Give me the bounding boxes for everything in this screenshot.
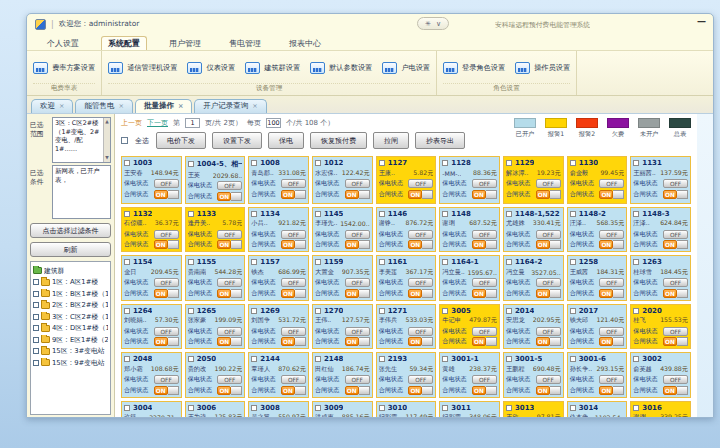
switch-toggle-on[interactable]: ON (154, 289, 179, 298)
meter-card[interactable]: 1127 王康.. 5.82元 保电状态 OFF 合闸状态 (376, 156, 437, 204)
switch-toggle-on[interactable]: ON (217, 289, 242, 298)
protect-toggle-off[interactable]: OFF (281, 179, 306, 188)
card-checkbox[interactable] (506, 308, 512, 314)
menu-item[interactable]: 报表中心 (283, 37, 327, 50)
tree-checkbox[interactable] (33, 279, 39, 285)
card-checkbox[interactable] (124, 356, 130, 362)
meter-card[interactable]: 1012 水宏保.. 122.42元 保电状态 OFF 合闸状态 (312, 156, 373, 204)
protect-toggle-off[interactable]: OFF (472, 278, 497, 287)
tree-checkbox[interactable] (33, 314, 39, 320)
ribbon-button[interactable]: 户电设置 (382, 62, 430, 74)
card-checkbox[interactable] (506, 405, 512, 411)
switch-toggle-on[interactable]: ON (536, 289, 561, 298)
protect-toggle-off[interactable]: OFF (663, 375, 688, 384)
document-tab[interactable]: 能管售电 × (75, 99, 132, 113)
protect-toggle-off[interactable]: OFF (217, 375, 242, 384)
tab-close-icon[interactable]: × (118, 102, 123, 110)
card-checkbox[interactable] (506, 160, 512, 166)
switch-toggle-on[interactable]: ON (281, 240, 306, 249)
card-checkbox[interactable] (442, 308, 448, 314)
switch-toggle-on[interactable]: ON (472, 240, 497, 249)
meter-card[interactable]: 3004 许筵 2270.71.. 保电状态 OFF 合闸状态 (121, 401, 182, 419)
switch-toggle-on[interactable]: ON (663, 190, 688, 199)
ribbon-button[interactable]: 建筑群设置 (245, 62, 300, 74)
card-checkbox[interactable] (379, 405, 385, 411)
switch-toggle-on[interactable]: ON (345, 386, 370, 395)
protect-toggle-off[interactable]: OFF (599, 230, 624, 239)
switch-toggle-on[interactable]: ON (408, 337, 433, 346)
action-button[interactable]: 设置下发 (212, 132, 262, 149)
prev-page-link[interactable]: 上一页 (121, 118, 142, 128)
protect-toggle-off[interactable]: OFF (217, 230, 242, 239)
meter-card[interactable]: 1004-5、相一 王英 2029.68.. 保电状态 OFF 合闸状态 (185, 156, 246, 204)
card-checkbox[interactable] (506, 211, 512, 217)
meter-card[interactable]: 1148-2 汪泽.. 568.35元 保电状态 OFF 合闸状态 (567, 207, 628, 253)
card-checkbox[interactable] (506, 356, 512, 362)
card-checkbox[interactable] (442, 211, 448, 217)
card-checkbox[interactable] (251, 211, 257, 217)
selected-condition-box[interactable]: 新网表，已开户表， (52, 165, 111, 219)
protect-toggle-off[interactable]: OFF (472, 230, 497, 239)
action-button[interactable]: 保电 (268, 132, 304, 149)
card-checkbox[interactable] (379, 259, 385, 265)
tree-item[interactable]: 15区：3#变电站（3#变… (33, 346, 108, 356)
meter-card[interactable]: 2048 郑小霜 108.68元 保电状态 OFF 合闸状态 (121, 352, 182, 398)
tree-checkbox[interactable] (33, 360, 39, 366)
document-tab[interactable]: 欢迎 × (31, 99, 73, 113)
meter-card[interactable]: 1008 青岛郡.. 331.08元 保电状态 OFF 合闸状态 (248, 156, 309, 204)
card-checkbox[interactable] (251, 308, 257, 314)
switch-toggle-on[interactable]: ON (599, 190, 624, 199)
switch-toggle-on[interactable]: ON (663, 386, 688, 395)
switch-toggle-on[interactable]: ON (154, 337, 179, 346)
switch-toggle-on[interactable]: ON (536, 386, 561, 395)
protect-toggle-off[interactable]: OFF (536, 230, 561, 239)
meter-card[interactable]: 3009 洪成惠 885.16元 保电状态 OFF 合闸状态 (312, 401, 373, 419)
protect-toggle-off[interactable]: OFF (281, 278, 306, 287)
card-checkbox[interactable] (379, 211, 385, 217)
tab-close-icon[interactable]: × (252, 102, 257, 110)
meter-card[interactable]: 1145 李瑾先.. 1542.00.. 保电状态 OFF 合闸状态 (312, 207, 373, 253)
card-checkbox[interactable] (570, 356, 576, 362)
tree-checkbox[interactable] (33, 291, 39, 297)
menu-item[interactable]: 系统配置 (101, 36, 147, 50)
switch-toggle-on[interactable]: ON (154, 240, 179, 249)
meter-card[interactable]: 1131 王丽茜.. 137.59元 保电状态 OFF 合闸状态 (630, 156, 691, 204)
card-checkbox[interactable] (315, 356, 321, 362)
card-checkbox[interactable] (442, 405, 448, 411)
switch-toggle-on[interactable]: ON (345, 190, 370, 199)
protect-toggle-off[interactable]: OFF (599, 278, 624, 287)
meter-card[interactable]: 1271 李伟兵 533.03元 保电状态 OFF 合闸状态 (376, 304, 437, 350)
switch-toggle-on[interactable]: ON (217, 192, 242, 201)
meter-card[interactable]: 3001-5 王鹏程 690.48元 保电状态 OFF 合闸状态 (503, 352, 564, 398)
meter-card[interactable]: 3001-6 孙长争.. 293.15元 保电状态 OFF 合闸状态 (567, 352, 628, 398)
card-checkbox[interactable] (570, 211, 576, 217)
card-checkbox[interactable] (570, 308, 576, 314)
meter-card[interactable]: 3010 纪彩霞.. 117.49元 保电状态 OFF 合闸状态 (376, 401, 437, 419)
tree-root[interactable]: 建筑群 (33, 266, 108, 276)
scroll-up-icon[interactable]: ▲ (105, 119, 108, 125)
switch-toggle-on[interactable]: ON (472, 289, 497, 298)
card-checkbox[interactable] (315, 211, 321, 217)
card-checkbox[interactable] (570, 405, 576, 411)
card-checkbox[interactable] (188, 405, 194, 411)
protect-toggle-off[interactable]: OFF (536, 278, 561, 287)
card-checkbox[interactable] (124, 259, 130, 265)
meter-card[interactable]: 2144 覃瑾人 870.62元 保电状态 OFF 合闸状态 (248, 352, 309, 398)
tree-checkbox[interactable] (33, 302, 39, 308)
meter-card[interactable]: 2020 桂飞 155.53元 保电状态 OFF 合闸状态 (630, 304, 691, 350)
meter-card[interactable]: 1155 贵南南 544.28元 保电状态 OFF 合闸状态 (185, 255, 246, 301)
switch-toggle-on[interactable]: ON (408, 190, 433, 199)
meter-card[interactable]: 1263 桂球雪 184.45元 保电状态 OFF 合闸状态 (630, 255, 691, 301)
menu-item[interactable]: 用户管理 (163, 37, 207, 50)
card-checkbox[interactable] (570, 160, 576, 166)
tree-item[interactable]: 1区：B区1#楼（1#变… (33, 289, 108, 299)
protect-toggle-off[interactable]: OFF (663, 327, 688, 336)
card-checkbox[interactable] (188, 259, 194, 265)
tab-close-icon[interactable]: × (59, 102, 64, 110)
chevron-down-icon[interactable]: ∨ (436, 20, 441, 28)
meter-card[interactable]: 1161 李美莲 367.17元 保电状态 OFF 合闸状态 (376, 255, 437, 301)
meter-card[interactable]: 1129 解冰潭.. 19.23元 保电状态 OFF 合闸状态 (503, 156, 564, 204)
meter-card[interactable]: 1164-2 冯立曼 3527.05.. 保电状态 OFF 合闸状态 (503, 255, 564, 301)
minimize-button[interactable]: — (697, 16, 706, 26)
meter-card[interactable]: 2050 贵的改 190.22元 保电状态 OFF 合闸状态 (185, 352, 246, 398)
